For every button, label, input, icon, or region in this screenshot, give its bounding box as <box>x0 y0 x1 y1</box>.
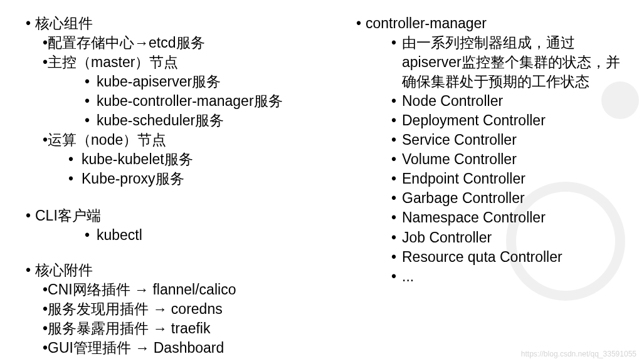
list-item: •由一系列控制器组成，通过apiserver监控整个集群的状态，并确保集群处于预… <box>352 33 643 91</box>
section-title: controller-manager <box>366 14 643 33</box>
list-item: • CLI客户端 <box>21 206 348 226</box>
list-item: •服务暴露用插件 → traefik <box>21 319 348 338</box>
list-item: •Endpoint Controller <box>352 169 643 189</box>
section-title: 核心组件 <box>35 14 348 33</box>
list-item: • 核心附件 <box>21 261 348 280</box>
list-item: • 核心组件 <box>21 14 348 33</box>
list-item: •服务发现用插件 → coredns <box>21 299 348 319</box>
list-item: •主控（master）节点 <box>21 53 348 72</box>
list-item: •Namespace Controller <box>352 208 643 227</box>
section-title: CLI客户端 <box>35 206 348 226</box>
list-item: •Resource quta Controller <box>352 247 643 267</box>
list-item: •GUI管理插件 → Dashboard <box>21 338 348 358</box>
list-item: •Service Controller <box>352 130 643 150</box>
list-item: •Job Controller <box>352 228 643 247</box>
right-column: • controller-manager •由一系列控制器组成，通过apiser… <box>348 14 643 358</box>
list-item: •Deployment Controller <box>352 111 643 130</box>
list-item: • controller-manager <box>352 14 643 33</box>
list-item: •kube-controller-manager服务 <box>21 91 348 111</box>
list-item: •Kube-proxy服务 <box>21 169 348 189</box>
list-item: •CNI网络插件 → flannel/calico <box>21 280 348 299</box>
list-item: •kube-apiserver服务 <box>21 72 348 91</box>
list-item: •kube-scheduler服务 <box>21 111 348 130</box>
list-item: •Node Controller <box>352 91 643 111</box>
left-column: • 核心组件 •配置存储中心→etcd服务 •主控（master）节点 •kub… <box>0 14 348 358</box>
list-item: •kube-kubelet服务 <box>21 150 348 169</box>
list-item: •Volume Controller <box>352 150 643 169</box>
list-item: •Garbage Controller <box>352 189 643 208</box>
section-title: 核心附件 <box>35 261 348 280</box>
list-item: •kubectl <box>21 226 348 245</box>
list-item: •... <box>352 267 643 286</box>
list-item: •运算（node）节点 <box>21 130 348 150</box>
list-item: •配置存储中心→etcd服务 <box>21 33 348 53</box>
